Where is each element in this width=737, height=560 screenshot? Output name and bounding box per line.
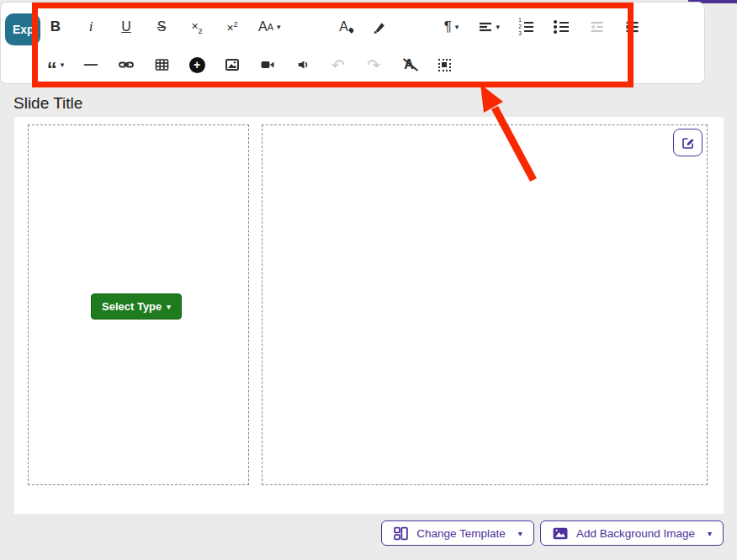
alignment-button[interactable]: ▾ (478, 13, 501, 41)
rich-text-editor-toolbar: B i U S ×2 ×2 AA▾ A ¶▾ (0, 2, 705, 84)
redo-icon: ↷ (367, 55, 380, 75)
ordered-list-icon: 123 (518, 17, 533, 37)
table-button[interactable] (152, 50, 171, 79)
slide-canvas: Select Type▾ (14, 117, 724, 514)
horizontal-rule-icon: — (84, 57, 98, 72)
select-all-button[interactable] (435, 50, 453, 79)
align-left-icon (478, 19, 493, 34)
chevron-down-icon: ▾ (455, 23, 459, 31)
toolbar-row-1: B i U S ×2 ×2 AA▾ A ¶▾ (1, 10, 704, 44)
superscript-icon: ×2 (226, 20, 237, 34)
subscript-icon: ×2 (191, 19, 202, 35)
unordered-list-button[interactable] (552, 13, 570, 41)
horizontal-rule-button[interactable]: — (82, 50, 100, 79)
highlighter-icon (371, 19, 387, 35)
edit-content-button[interactable] (673, 129, 703, 156)
select-all-icon (438, 59, 451, 71)
chevron-down-icon: ▾ (167, 303, 171, 311)
highlighter-button[interactable] (370, 13, 389, 41)
toolbar-row-2: “▾ — (1, 48, 704, 82)
blockquote-button[interactable]: “▾ (46, 50, 65, 79)
unordered-list-icon (554, 18, 569, 36)
font-size-button[interactable]: AA▾ (258, 13, 281, 41)
strikethrough-button[interactable]: S (152, 13, 171, 41)
chevron-down-icon: ▾ (708, 529, 712, 538)
paragraph-icon: ¶ (444, 18, 452, 35)
ordered-list-button[interactable]: 123 (517, 13, 535, 41)
bold-icon: B (50, 18, 61, 35)
outdent-button (587, 13, 606, 41)
link-icon (118, 57, 135, 72)
underline-button[interactable]: U (117, 13, 135, 41)
subscript-button[interactable]: ×2 (188, 13, 206, 41)
left-content-placeholder[interactable]: Select Type▾ (28, 124, 249, 485)
audio-button[interactable] (294, 50, 312, 79)
table-icon (154, 57, 170, 72)
paragraph-format-button[interactable]: ¶▾ (443, 13, 461, 41)
plus-circle-icon: + (189, 57, 205, 73)
undo-icon: ↶ (331, 55, 345, 75)
underline-icon: U (121, 19, 131, 34)
video-camera-icon (259, 57, 276, 72)
right-content-placeholder[interactable] (262, 124, 708, 485)
template-layout-icon (393, 526, 409, 542)
select-type-button[interactable]: Select Type▾ (91, 293, 182, 320)
link-button[interactable] (117, 50, 135, 79)
footer-actions: Change Template ▾ Add Background Image ▾ (381, 520, 724, 546)
text-color-button[interactable]: A (335, 13, 353, 41)
video-button[interactable] (258, 50, 277, 79)
background-image-icon (552, 526, 569, 542)
text-color-icon: A (339, 19, 348, 34)
image-icon (224, 57, 241, 72)
italic-icon: i (89, 18, 93, 35)
superscript-button[interactable]: ×2 (223, 13, 241, 41)
speaker-icon (296, 57, 310, 72)
indent-button[interactable] (623, 13, 641, 41)
strikethrough-icon: S (157, 19, 167, 34)
export-button[interactable]: Exp (5, 13, 40, 45)
clear-formatting-button[interactable]: A (400, 50, 418, 79)
outdent-icon (589, 19, 605, 34)
undo-button: ↶ (329, 50, 347, 79)
redo-button: ↷ (364, 50, 383, 79)
chevron-down-icon: ▾ (518, 529, 522, 538)
slide-editor-page: B i U S ×2 ×2 AA▾ A ¶▾ (0, 0, 737, 560)
chevron-down-icon: ▾ (277, 23, 281, 31)
blockquote-icon: “ (47, 55, 57, 74)
chevron-down-icon: ▾ (61, 61, 65, 69)
page-title: Slide Title (13, 94, 82, 113)
italic-button[interactable]: i (82, 13, 100, 41)
image-button[interactable] (223, 50, 241, 79)
clear-formatting-icon: A (404, 57, 414, 72)
bold-button[interactable]: B (46, 13, 65, 41)
indent-icon (624, 19, 640, 34)
edit-pencil-square-icon (681, 135, 696, 151)
change-template-button[interactable]: Change Template ▾ (381, 520, 534, 546)
add-content-button[interactable]: + (188, 50, 206, 79)
add-background-image-button[interactable]: Add Background Image ▾ (540, 520, 724, 546)
chevron-down-icon: ▾ (496, 23, 501, 31)
font-size-icon: A (258, 19, 268, 34)
